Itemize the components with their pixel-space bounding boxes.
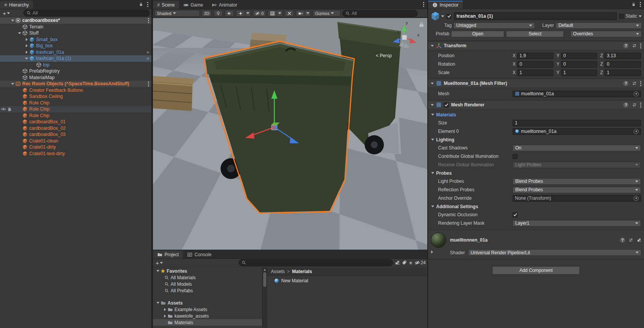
object-picker-icon[interactable] xyxy=(634,129,639,134)
breadcrumb-root[interactable]: Assets xyxy=(271,269,285,274)
foldout-arrow-icon[interactable] xyxy=(11,83,14,85)
selected-trashcan-object[interactable] xyxy=(204,41,354,213)
help-icon[interactable]: ★? xyxy=(623,43,629,48)
gear-icon[interactable] xyxy=(637,238,641,242)
tab-inspector[interactable]: Inspector xyxy=(428,1,463,9)
foldout-arrow-icon[interactable] xyxy=(156,270,159,272)
help-icon[interactable]: ? xyxy=(623,81,629,86)
project-folder-materials[interactable]: Materials xyxy=(153,319,262,326)
project-folder-kawetofe-assets[interactable]: kawetofe_assets xyxy=(153,313,262,319)
material-expand-arrow-icon[interactable] xyxy=(431,250,433,253)
reflection-probes-dropdown[interactable]: Blend Probes xyxy=(513,187,641,193)
scale-y-field[interactable]: 1 xyxy=(561,70,597,76)
scene-camera-dropdown[interactable] xyxy=(305,10,311,17)
persp-label[interactable]: < Persp xyxy=(376,53,392,58)
scene-effects-button[interactable] xyxy=(236,10,245,17)
prefab-open-chevron[interactable]: > xyxy=(147,50,149,55)
hierarchy-item-crate01-text-dirty[interactable]: Crate01-text-dirty xyxy=(0,151,151,157)
hidden-packages-button[interactable]: 24 xyxy=(415,260,426,265)
help-icon[interactable]: ? xyxy=(620,237,625,243)
mesh-filter-component-header[interactable]: Muelltonne_01a (Mesh Filter) ? xyxy=(428,79,644,88)
object-picker-icon[interactable] xyxy=(634,196,639,201)
grid-visual-dropdown[interactable] xyxy=(277,10,283,17)
scene-camera-button[interactable] xyxy=(296,10,305,17)
hierarchy-item-rec-room-objects[interactable]: Rec Room Objects (^SpaceTime.BoxesAndStu… xyxy=(0,81,151,87)
hierarchy-item-terrain[interactable]: Terrain xyxy=(0,24,151,30)
light-probes-dropdown[interactable]: Blend Probes xyxy=(513,178,641,185)
hierarchy-item-cardboardbox-01[interactable]: cardboardBox_01 xyxy=(0,119,151,125)
hierarchy-item-role-chip-1[interactable]: Role Chip xyxy=(0,100,151,106)
foldout-arrow-icon[interactable] xyxy=(11,20,14,22)
cast-shadows-dropdown[interactable]: On xyxy=(513,145,641,151)
saved-search-star-icon[interactable]: ★ xyxy=(408,260,413,266)
rotation-z-field[interactable]: 0 xyxy=(604,61,641,68)
presets-icon[interactable] xyxy=(629,238,633,242)
hierarchy-item-prefabregistry[interactable]: PrefabRegistry xyxy=(0,68,151,75)
hierarchy-item-sandbox-ceiling[interactable]: Sandbox Ceiling xyxy=(0,93,151,100)
element0-object-field[interactable]: muelltonnen_01a xyxy=(513,128,641,135)
presets-icon[interactable] xyxy=(632,81,637,86)
scale-z-field[interactable]: 1 xyxy=(604,70,641,76)
breadcrumb-current[interactable]: Materials xyxy=(292,269,312,274)
foldout-arrow-icon[interactable] xyxy=(431,83,434,84)
component-menu-icon[interactable] xyxy=(640,45,641,46)
dynamic-occlusion-checkbox[interactable] xyxy=(513,212,518,217)
scale-x-field[interactable]: 1 xyxy=(517,70,553,76)
tab-game[interactable]: Game xyxy=(179,1,207,9)
material-preview-sphere[interactable] xyxy=(431,232,446,248)
tab-console[interactable]: Console xyxy=(183,250,216,258)
hierarchy-item-top[interactable]: top xyxy=(0,62,151,68)
gizmo-x-axis[interactable] xyxy=(410,38,417,43)
asset-item-new-material[interactable]: New Material xyxy=(267,277,427,284)
foldout-arrow-icon[interactable] xyxy=(431,104,434,106)
rendering-layer-dropdown[interactable]: Layer1 xyxy=(513,220,641,227)
foldout-arrow-icon[interactable] xyxy=(18,32,21,34)
probes-foldout[interactable]: Probes xyxy=(428,169,644,177)
search-by-label-icon[interactable] xyxy=(402,260,407,265)
foldout-arrow-icon[interactable] xyxy=(156,302,159,304)
visibility-eye-icon[interactable] xyxy=(1,106,6,112)
position-y-field[interactable]: 0 xyxy=(561,53,597,59)
hierarchy-item-creator-feedback-buttons[interactable]: Creator Feedback Buttons xyxy=(0,87,151,94)
lock-icon[interactable] xyxy=(139,2,143,7)
hierarchy-search-input[interactable]: All xyxy=(23,10,150,17)
additional-settings-foldout[interactable]: Additional Settings xyxy=(428,202,644,210)
component-enabled-checkbox[interactable] xyxy=(444,103,449,108)
hierarchy-item-crate01-clean[interactable]: Crate01-clean xyxy=(0,138,151,144)
gameobject-name-field[interactable]: trashcan_01a (1) xyxy=(454,12,617,20)
hierarchy-item-cardboardbox-02[interactable]: cardboardBox_02 xyxy=(0,125,151,132)
hierarchy-item-role-chip-2[interactable]: Role Chip xyxy=(0,106,151,113)
hierarchy-item-small-box[interactable]: Small_box xyxy=(0,36,151,43)
hierarchy-item-materialmap[interactable]: MaterialMap xyxy=(0,75,151,81)
foldout-arrow-icon[interactable] xyxy=(431,172,434,174)
tab-animator[interactable]: Animator xyxy=(207,1,241,9)
transform-component-header[interactable]: Transform ★? xyxy=(428,41,644,50)
presets-icon[interactable] xyxy=(632,103,637,107)
component-menu-icon[interactable] xyxy=(640,104,641,106)
gizmo-y-axis[interactable] xyxy=(402,25,407,31)
lighting-foldout[interactable]: Lighting xyxy=(428,136,644,144)
create-asset-button[interactable]: + xyxy=(154,260,164,266)
scroll-up-icon[interactable] xyxy=(264,269,266,271)
add-object-button[interactable]: + xyxy=(2,10,11,17)
foldout-arrow-icon[interactable] xyxy=(431,205,434,207)
static-toggle[interactable]: Static xyxy=(619,13,642,19)
scene-lighting-button[interactable] xyxy=(214,10,223,17)
scrollbar-thumb[interactable] xyxy=(263,272,266,287)
scene-viewport[interactable]: y x z < Persp xyxy=(153,18,427,250)
scene-effects-dropdown[interactable] xyxy=(245,10,251,17)
tag-dropdown[interactable]: Untagged xyxy=(453,22,535,29)
foldout-arrow-icon[interactable] xyxy=(164,308,166,311)
position-x-field[interactable]: 1.9 xyxy=(517,53,553,59)
hierarchy-item-trashcan-01a-1[interactable]: trashcan_01a (1) > xyxy=(0,55,151,62)
materials-foldout[interactable]: Materials xyxy=(428,111,644,119)
tab-hierarchy[interactable]: ≡ Hierarchy xyxy=(0,1,33,9)
materials-size-field[interactable]: 1 xyxy=(513,120,641,126)
project-folder-example-assets[interactable]: Example Assets xyxy=(153,306,262,313)
mesh-object-field[interactable]: muelltonne_01a xyxy=(513,91,641,97)
tab-scene[interactable]: # Scene xyxy=(153,1,179,9)
hierarchy-menu-icon[interactable] xyxy=(147,4,148,5)
hierarchy-item-scene[interactable]: cardboardboxes* xyxy=(0,17,151,24)
presets-icon[interactable] xyxy=(632,43,637,48)
hierarchy-item-cardboardbox-03[interactable]: cardboardBox_03 xyxy=(0,131,151,138)
